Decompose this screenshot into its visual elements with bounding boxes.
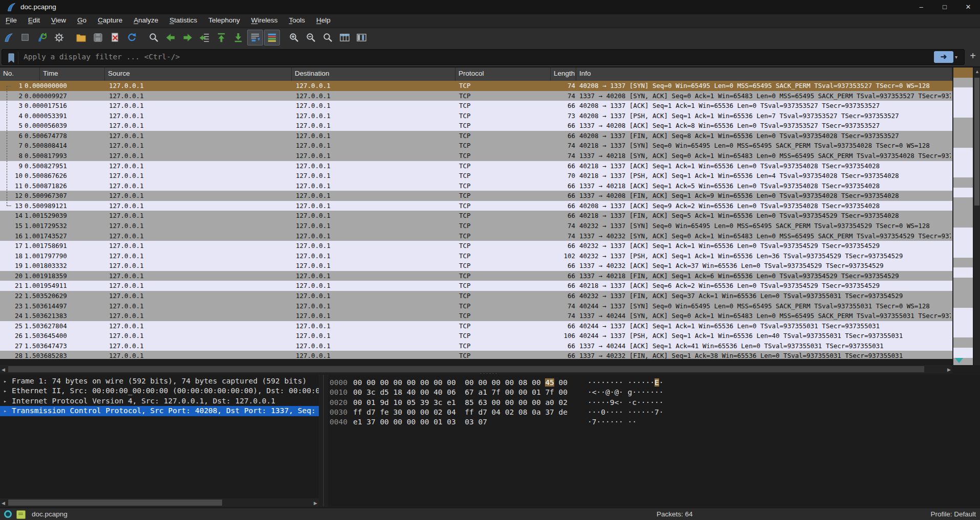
close-file-button[interactable] [107, 30, 123, 46]
hex-row[interactable]: 001000 3c d5 18 40 00 40 06 67 a1 7f 00 … [328, 388, 980, 397]
capture-options-button[interactable] [51, 30, 67, 46]
packet-row-17[interactable]: 171.001758691127.0.0.1127.0.0.1TCP664023… [0, 241, 952, 251]
hex-ascii[interactable]: ········ ······E· [587, 378, 663, 388]
go-first-button[interactable] [213, 30, 229, 46]
close-button-icon[interactable]: ✕ [956, 0, 980, 14]
packet-row-18[interactable]: 181.001797790127.0.0.1127.0.0.1TCP102402… [0, 251, 952, 261]
column-header-length[interactable]: Length [551, 67, 576, 81]
packet-row-23[interactable]: 231.503614497127.0.0.1127.0.0.1TCP744024… [0, 301, 952, 311]
detail-scrollbar-thumb[interactable] [8, 500, 222, 506]
packet-row-28[interactable]: 281.503685283127.0.0.1127.0.0.1TCP661337… [0, 351, 952, 359]
display-filter-input[interactable]: Apply a display filter ... <Ctrl-/> ➜ ▾ [2, 49, 965, 65]
menu-file[interactable]: File [0, 14, 23, 28]
vertical-scrollbar-thumb[interactable] [974, 78, 979, 206]
filter-dropdown-caret-icon[interactable]: ▾ [955, 54, 957, 60]
menu-wireless[interactable]: Wireless [246, 14, 284, 28]
hex-row[interactable]: 0040e1 37 00 00 00 00 01 03 03 07·7·····… [328, 417, 980, 427]
hex-row[interactable]: 000000 00 00 00 00 00 00 00 00 00 00 00 … [328, 378, 980, 388]
packet-row-6[interactable]: 60.500674778127.0.0.1127.0.0.1TCP6640208… [0, 131, 952, 141]
open-file-button[interactable] [73, 30, 89, 46]
go-back-button[interactable] [163, 30, 179, 46]
packet-row-21[interactable]: 211.001954911127.0.0.1127.0.0.1TCP664021… [0, 281, 952, 291]
minimize-button-icon[interactable]: – [909, 0, 933, 14]
packet-row-15[interactable]: 151.001729532127.0.0.1127.0.0.1TCP744023… [0, 221, 952, 231]
zoom-reset-button[interactable] [320, 30, 336, 46]
capture-comment-icon[interactable] [16, 510, 26, 519]
hex-bytes[interactable]: 00 01 9d 10 05 39 3c e1 85 63 00 00 00 0… [353, 398, 568, 408]
expand-arrow-icon[interactable]: ▸ [4, 386, 7, 396]
packet-row-2[interactable]: 20.000009927127.0.0.1127.0.0.1TCP741337 … [0, 91, 952, 101]
packet-row-22[interactable]: 221.503520629127.0.0.1127.0.0.1TCP664023… [0, 291, 952, 301]
hex-bytes[interactable]: 00 00 00 00 00 00 00 00 00 00 00 00 08 0… [353, 378, 568, 388]
packet-row-19[interactable]: 191.001803332127.0.0.1127.0.0.1TCP661337… [0, 261, 952, 271]
menu-telephony[interactable]: Telephony [203, 14, 246, 28]
auto-scroll-button[interactable] [247, 30, 263, 46]
menu-view[interactable]: View [46, 14, 72, 28]
maximize-button-icon[interactable]: □ [933, 0, 956, 14]
scroll-right-arrow-icon[interactable]: ▶ [947, 367, 951, 372]
menu-go[interactable]: Go [72, 14, 92, 28]
column-header-info[interactable]: Info [576, 67, 952, 81]
stop-capture-button[interactable] [17, 30, 33, 46]
packet-row-12[interactable]: 120.500967307127.0.0.1127.0.0.1TCP661337… [0, 191, 952, 201]
expand-arrow-icon[interactable]: ▸ [4, 406, 7, 416]
menu-statistics[interactable]: Statistics [164, 14, 203, 28]
scroll-right-arrow-icon[interactable]: ▶ [314, 501, 317, 506]
menu-analyze[interactable]: Analyze [128, 14, 164, 28]
expand-arrow-icon[interactable]: ▸ [4, 376, 7, 386]
hex-ascii[interactable]: ·····9<· ·c······ [587, 398, 663, 408]
packet-row-14[interactable]: 141.001529039127.0.0.1127.0.0.1TCP664021… [0, 211, 952, 221]
find-packet-button[interactable] [146, 30, 162, 46]
packet-row-10[interactable]: 100.500867626127.0.0.1127.0.0.1TCP704021… [0, 171, 952, 181]
save-file-button[interactable] [90, 30, 106, 46]
detail-row[interactable]: ▸Frame 1: 74 bytes on wire (592 bits), 7… [0, 376, 319, 386]
hex-bytes[interactable]: e1 37 00 00 00 00 01 03 03 07 [353, 417, 487, 427]
detail-row[interactable]: ▸Internet Protocol Version 4, Src: 127.0… [0, 396, 319, 406]
packet-row-3[interactable]: 30.000017516127.0.0.1127.0.0.1TCP6640208… [0, 101, 952, 111]
packet-row-24[interactable]: 241.503621383127.0.0.1127.0.0.1TCP741337… [0, 311, 952, 321]
packet-list-vertical-scrollbar[interactable]: ▲ [974, 67, 980, 365]
scroll-left-arrow-icon[interactable]: ◀ [2, 367, 5, 372]
scroll-down-teal-arrow-icon[interactable] [955, 358, 963, 363]
restart-capture-button[interactable] [34, 30, 50, 46]
packet-row-8[interactable]: 80.500817993127.0.0.1127.0.0.1TCP741337 … [0, 151, 952, 161]
packet-row-27[interactable]: 271.503647473127.0.0.1127.0.0.1TCP661337… [0, 341, 952, 351]
hex-ascii[interactable]: ···0···· ······7· [587, 408, 663, 417]
menu-help[interactable]: Help [311, 14, 336, 28]
packet-list-minimap[interactable] [953, 67, 973, 365]
start-capture-button[interactable] [1, 30, 16, 46]
pane-divider[interactable] [319, 375, 328, 507]
hex-bytes[interactable]: ff d7 fe 30 00 00 02 04 ff d7 04 02 08 0… [353, 408, 568, 417]
packet-row-7[interactable]: 70.500808414127.0.0.1127.0.0.1TCP7440218… [0, 141, 952, 151]
toggle-columns-button[interactable] [354, 30, 369, 46]
detail-pane-horizontal-scrollbar[interactable]: ◀ ▶ [0, 499, 319, 507]
go-last-button[interactable] [230, 30, 246, 46]
detail-row[interactable]: ▸Ethernet II, Src: 00:00:00_00:00:00 (00… [0, 386, 319, 396]
column-header-destination[interactable]: Destination [292, 67, 455, 81]
zoom-in-button[interactable] [286, 30, 302, 46]
packet-row-20[interactable]: 201.001918359127.0.0.1127.0.0.1TCP661337… [0, 271, 952, 281]
status-profile[interactable]: Profile: Default [930, 510, 976, 518]
resize-columns-button[interactable] [337, 30, 353, 46]
packet-row-13[interactable]: 130.500989121127.0.0.1127.0.0.1TCP664020… [0, 201, 952, 211]
add-filter-button-icon[interactable]: + [967, 48, 978, 63]
column-header-source[interactable]: Source [105, 67, 292, 81]
column-header-protocol[interactable]: Protocol [455, 67, 551, 81]
menu-edit[interactable]: Edit [23, 14, 46, 28]
packet-row-1[interactable]: 10.000000000127.0.0.1127.0.0.1TCP7440208… [0, 81, 952, 91]
hex-bytes[interactable]: 00 3c d5 18 40 00 40 06 67 a1 7f 00 00 0… [353, 388, 568, 397]
packet-list-horizontal-scrollbar[interactable]: ◀ ▶ [0, 365, 952, 373]
hex-ascii[interactable]: ·7······ ·· [587, 417, 637, 427]
detail-row[interactable]: ▸Transmission Control Protocol, Src Port… [0, 406, 319, 416]
packet-row-26[interactable]: 261.503645400127.0.0.1127.0.0.1TCP106402… [0, 331, 952, 341]
scroll-up-arrow-icon[interactable]: ▲ [975, 69, 979, 74]
packet-row-9[interactable]: 90.500827951127.0.0.1127.0.0.1TCP6640218… [0, 161, 952, 171]
hex-row[interactable]: 0030ff d7 fe 30 00 00 02 04 ff d7 04 02 … [328, 408, 980, 417]
apply-filter-button[interactable]: ➜ [934, 51, 953, 63]
horizontal-scrollbar-thumb[interactable] [8, 366, 924, 372]
expand-arrow-icon[interactable]: ▸ [4, 396, 7, 406]
menu-tools[interactable]: Tools [284, 14, 311, 28]
packet-row-11[interactable]: 110.500871826127.0.0.1127.0.0.1TCP661337… [0, 181, 952, 191]
zoom-out-button[interactable] [303, 30, 319, 46]
column-header-time[interactable]: Time [40, 67, 105, 81]
